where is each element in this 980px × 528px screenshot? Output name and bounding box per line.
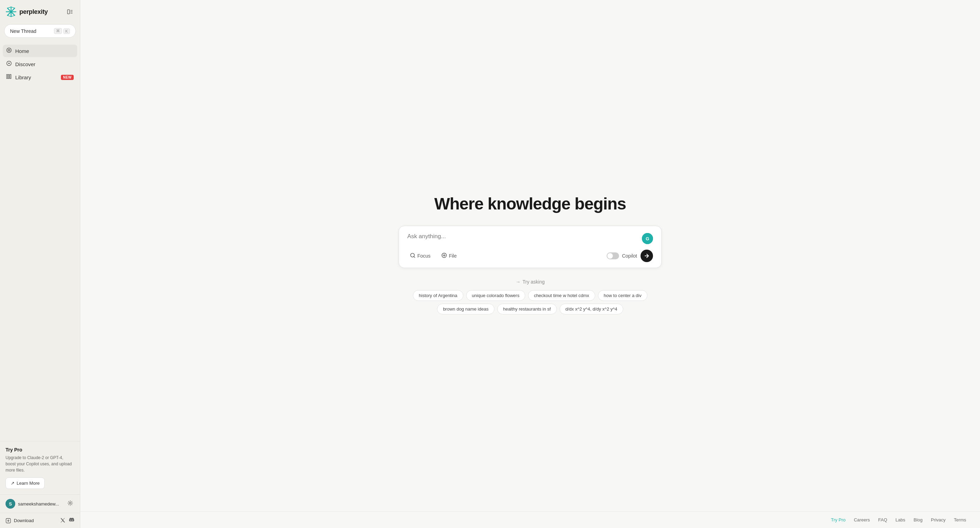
svg-point-21 bbox=[70, 502, 71, 504]
learn-more-button[interactable]: ↗ Learn More bbox=[6, 477, 45, 489]
submit-arrow-icon bbox=[644, 253, 649, 258]
svg-text:S: S bbox=[9, 501, 12, 507]
discover-label: Discover bbox=[15, 61, 35, 67]
suggestion-chip-5[interactable]: healthy restaurants in sf bbox=[497, 304, 557, 314]
library-left: Library bbox=[6, 74, 31, 81]
main-title: Where knowledge begins bbox=[434, 194, 626, 213]
svg-point-12 bbox=[7, 48, 11, 53]
footer: Try Pro Careers FAQ Labs Blog Privacy Te… bbox=[80, 511, 980, 528]
new-thread-button[interactable]: New Thread ⌘ K bbox=[4, 24, 76, 38]
download-icon bbox=[6, 518, 11, 523]
svg-line-26 bbox=[414, 257, 415, 258]
settings-icon bbox=[67, 500, 73, 506]
arrow-up-right-icon: ↗ bbox=[11, 480, 14, 486]
svg-point-15 bbox=[8, 63, 10, 64]
search-actions-left: Focus File bbox=[407, 251, 460, 260]
svg-point-13 bbox=[8, 49, 10, 51]
suggestion-chip-3[interactable]: how to center a div bbox=[598, 290, 648, 301]
try-asking-label: → Try asking bbox=[413, 279, 647, 285]
sidebar-header: perplexity bbox=[0, 0, 80, 21]
discord-icon[interactable] bbox=[69, 517, 75, 524]
home-label: Home bbox=[15, 48, 29, 54]
suggestion-chip-6[interactable]: d/dx x^2 y^4, d/dy x^2 y^4 bbox=[560, 304, 623, 314]
copilot-toggle: Copilot bbox=[607, 252, 637, 259]
collapse-sidebar-button[interactable] bbox=[65, 7, 75, 16]
svg-rect-8 bbox=[67, 10, 70, 14]
svg-line-7 bbox=[8, 16, 11, 17]
focus-label: Focus bbox=[417, 253, 431, 258]
focus-button[interactable]: Focus bbox=[407, 251, 433, 260]
library-icon bbox=[6, 74, 12, 81]
svg-text:G: G bbox=[646, 236, 649, 241]
copilot-label: Copilot bbox=[622, 253, 637, 258]
search-input-area: G bbox=[407, 233, 653, 244]
svg-line-4 bbox=[11, 7, 15, 8]
footer-try-pro[interactable]: Try Pro bbox=[831, 517, 845, 522]
download-section: Download bbox=[0, 513, 80, 528]
avatar: S bbox=[6, 499, 15, 509]
try-pro-description: Upgrade to Claude-2 or GPT-4, boost your… bbox=[6, 455, 75, 473]
footer-careers[interactable]: Careers bbox=[854, 517, 870, 522]
download-button[interactable]: Download bbox=[6, 518, 34, 523]
user-section: S sameekshamedew... bbox=[0, 495, 80, 513]
social-icons bbox=[60, 517, 75, 524]
sidebar: perplexity New Thread ⌘ K Home bbox=[0, 0, 80, 528]
download-label: Download bbox=[14, 518, 34, 523]
focus-search-icon bbox=[410, 253, 415, 259]
file-label: File bbox=[449, 253, 457, 258]
nav-items: Home Discover Library bbox=[0, 43, 80, 85]
file-button[interactable]: File bbox=[439, 251, 460, 260]
perplexity-logo-icon bbox=[6, 6, 17, 17]
logo-area: perplexity bbox=[6, 6, 48, 17]
user-info[interactable]: S sameekshamedew... bbox=[6, 499, 59, 509]
search-input[interactable] bbox=[407, 233, 642, 243]
try-asking-area: → Try asking history of Argentina unique… bbox=[413, 279, 647, 317]
attach-icon bbox=[442, 253, 447, 259]
search-toolbar: Focus File bbox=[407, 250, 653, 262]
suggestion-chip-1[interactable]: unique colorado flowers bbox=[466, 290, 525, 301]
svg-rect-18 bbox=[10, 75, 11, 78]
k-key: K bbox=[63, 29, 70, 34]
new-thread-shortcut: ⌘ K bbox=[54, 28, 70, 34]
footer-faq[interactable]: FAQ bbox=[878, 517, 887, 522]
discover-icon bbox=[6, 61, 12, 67]
suggestions-row2: brown dog name ideas healthy restaurants… bbox=[413, 304, 647, 314]
sidebar-item-home[interactable]: Home bbox=[3, 45, 77, 57]
new-thread-label: New Thread bbox=[10, 29, 37, 34]
svg-rect-16 bbox=[6, 75, 8, 78]
svg-line-5 bbox=[8, 7, 11, 8]
search-box: G Focus bbox=[399, 226, 662, 268]
footer-terms[interactable]: Terms bbox=[954, 517, 966, 522]
suggestion-chip-4[interactable]: brown dog name ideas bbox=[437, 304, 495, 314]
cmd-key: ⌘ bbox=[54, 28, 62, 34]
learn-more-label: Learn More bbox=[17, 480, 40, 486]
user-avatar-search[interactable]: G bbox=[642, 233, 653, 244]
search-actions-right: Copilot bbox=[607, 250, 653, 262]
svg-line-6 bbox=[11, 16, 15, 17]
submit-button[interactable] bbox=[641, 250, 653, 262]
center-area: Where knowledge begins G bbox=[80, 0, 980, 511]
sidebar-item-library[interactable]: Library NEW bbox=[3, 71, 77, 83]
avatar-image: S bbox=[6, 499, 15, 509]
library-label: Library bbox=[15, 75, 31, 80]
suggestion-chip-0[interactable]: history of Argentina bbox=[413, 290, 463, 301]
x-twitter-icon[interactable] bbox=[60, 518, 65, 524]
footer-privacy[interactable]: Privacy bbox=[931, 517, 946, 522]
footer-labs[interactable]: Labs bbox=[896, 517, 905, 522]
settings-button[interactable] bbox=[66, 499, 75, 509]
suggestion-chip-2[interactable]: checkout time w hotel cdmx bbox=[528, 290, 595, 301]
copilot-toggle-switch[interactable] bbox=[607, 252, 619, 259]
home-icon bbox=[6, 48, 12, 54]
svg-rect-17 bbox=[8, 75, 10, 78]
try-asking-arrow-icon: → bbox=[515, 279, 520, 285]
collapse-icon bbox=[67, 9, 73, 15]
sidebar-spacer bbox=[0, 85, 80, 441]
try-pro-section: Try Pro Upgrade to Claude-2 or GPT-4, bo… bbox=[0, 441, 80, 495]
new-badge: NEW bbox=[61, 75, 74, 80]
sidebar-item-discover[interactable]: Discover bbox=[3, 58, 77, 70]
avatar-icon: G bbox=[642, 233, 653, 244]
footer-blog[interactable]: Blog bbox=[913, 517, 923, 522]
suggestions-row1: history of Argentina unique colorado flo… bbox=[413, 290, 647, 301]
username-label: sameekshamedew... bbox=[18, 501, 59, 507]
try-pro-title: Try Pro bbox=[6, 447, 75, 453]
